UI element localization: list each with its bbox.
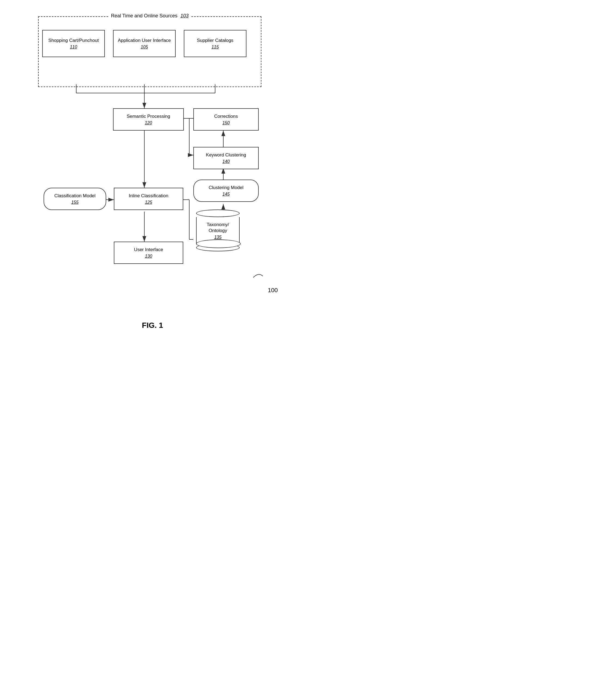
supplier-catalogs-box: Supplier Catalogs 115 <box>184 30 246 57</box>
semantic-processing-box: Semantic Processing 120 <box>113 108 184 131</box>
inline-classification-box: Inline Classification 125 <box>114 188 183 210</box>
corrections-box: Corrections 150 <box>193 108 259 131</box>
shopping-cart-box: Shopping Cart/Punchout 110 <box>42 30 105 57</box>
real-time-label: Real Time and Online Sources 103 <box>108 13 191 19</box>
taxonomy-cylinder: Taxonomy/ Ontology 135 <box>196 210 240 251</box>
clustering-model-box: Clustering Model 145 <box>193 180 259 202</box>
diagram: Real Time and Online Sources 103 Shoppin… <box>16 11 289 310</box>
figure-label: FIG. 1 <box>142 321 163 330</box>
app-ui-box: Application User Interface 105 <box>113 30 176 57</box>
classification-model-box: Classification Model 155 <box>44 188 106 210</box>
keyword-clustering-box: Keyword Clustering 140 <box>193 147 259 169</box>
user-interface-box: User Interface 130 <box>114 241 183 264</box>
diagram-number: 100 <box>268 287 278 294</box>
